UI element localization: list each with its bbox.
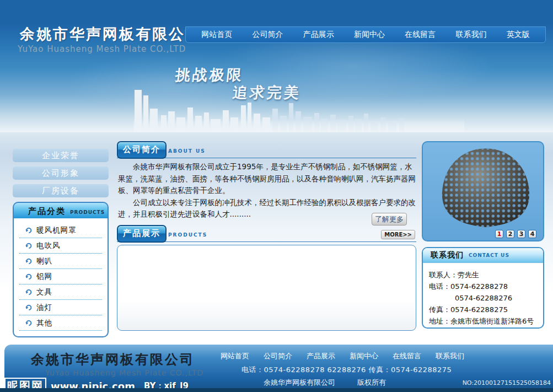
footer-company-name: 余姚市华声网板有限公司 [31, 351, 195, 368]
banner-slogan-1: 挑战极限 [174, 65, 245, 85]
category-label: 喇叭 [36, 256, 52, 266]
category-item[interactable]: 电吹风 [19, 238, 102, 254]
category-label: 铝网 [36, 272, 52, 282]
main-content: 企业荣誉 公司形象 厂房设备 产品分类 PRODUCTS [0, 132, 553, 345]
main-nav: 网站首页 公司简介 产品展示 新闻中心 在线留言 联系我们 英文版 [185, 26, 546, 43]
footer-link[interactable]: 新闻中心 [350, 351, 378, 361]
product-category-list: 暖风机网罩 电吹风 [13, 218, 109, 337]
about-paragraph-1: 余姚市华声网板有限公司成立于1995年，是专业生产不锈钢制品，如不锈钢网篮，水果… [118, 161, 416, 197]
page-button[interactable]: 4 [528, 230, 536, 238]
contact-panel: 联系我们 CONTACT US 联系人：劳先生 电话：0574-62288278… [422, 247, 544, 329]
nav-item[interactable]: 网站首页 [201, 30, 232, 40]
contact-title: 联系我们 [431, 250, 464, 260]
city-skyline-illustration [133, 87, 464, 132]
company-logo-subtitle: YuYao Huasheng Mesh Plate CO.,LTD [18, 44, 186, 54]
contact-line: 联系人：劳先生 [429, 269, 540, 281]
page-button[interactable]: 1 [495, 230, 503, 238]
product-category-header: 产品分类 PRODUCTS [13, 202, 109, 218]
curved-arrow-icon [25, 288, 32, 296]
category-label: 其他 [36, 318, 52, 328]
page-button[interactable]: 2 [506, 230, 514, 238]
nav-item[interactable]: 联系我们 [456, 30, 487, 40]
contact-line: 地址：余姚市低塘街道新洋路6号 [429, 315, 540, 327]
products-subtitle: PRODUCTS [168, 232, 207, 238]
footer-serial-number: NO:20100127151525058184 [463, 379, 551, 386]
category-label: 电吹风 [36, 241, 61, 251]
category-item[interactable]: 油灯 [19, 300, 102, 315]
about-title-badge[interactable]: 公司简介 [117, 141, 167, 159]
company-logo[interactable]: 余姚市华声网板有限公司 [20, 24, 202, 44]
footer-link[interactable]: 联系我们 [436, 351, 464, 361]
learn-more-button[interactable]: 了解更多 [372, 213, 407, 225]
products-title-badge[interactable]: 产品展示 [117, 225, 167, 243]
products-section-header: 产品展示 PRODUCTS MORE>> [117, 225, 416, 242]
category-item[interactable]: 铝网 [19, 269, 102, 284]
sidebar-item-image[interactable]: 公司形象 [13, 167, 109, 180]
footer-nav: 网站首页 公司简介 产品展示 新闻中心 在线留言 联系我们 [221, 351, 479, 361]
page-button[interactable]: 3 [517, 230, 525, 238]
contact-panel-header: 联系我们 CONTACT US [423, 248, 543, 263]
footer-copyright: 余姚华声网板有限公司版权所有 [264, 378, 386, 388]
sidebar-item-equipment[interactable]: 厂房设备 [13, 184, 109, 197]
nav-item[interactable]: 新闻中心 [354, 30, 385, 40]
about-section-header: 公司简介 ABOUT US [117, 141, 416, 158]
slider-pagination: 1 2 3 4 [492, 230, 536, 238]
footer-phone-line: 电话：0574-62288278 62288276 传真：0574-622882… [241, 365, 452, 375]
contact-line: 传真：0574-62288275 [429, 304, 540, 315]
contact-info: 联系人：劳先生 电话：0574-62288278 0574-62288276 传… [423, 263, 543, 327]
curved-arrow-icon [25, 257, 32, 265]
footer-copyright-name: 余姚华声网板有限公司 [264, 378, 335, 386]
contact-line: 0574-62288276 [429, 292, 540, 304]
curved-arrow-icon [25, 227, 32, 234]
footer-link[interactable]: 产品展示 [307, 351, 335, 361]
product-category-title: 产品分类 [28, 206, 66, 217]
curved-arrow-icon [25, 319, 32, 326]
product-image-slider: 1 2 3 4 [422, 141, 544, 241]
product-category-panel: 产品分类 PRODUCTS 暖风机网罩 [13, 202, 109, 337]
curved-arrow-icon [25, 304, 32, 311]
category-item[interactable]: 文具 [19, 284, 102, 300]
about-paragraph-2: 公司成立以来专注于网板的冲孔技术，经过长期工作经验的累积以及根据客户要求的改进，… [118, 197, 416, 221]
nav-item[interactable]: 在线留言 [405, 30, 436, 40]
footer: 余姚市华声网板有限公司 YuYao Huasheng Mesh Plate CO… [4, 345, 553, 392]
mesh-dome-product-image [438, 146, 533, 231]
footer-company-name-en: YuYao Huasheng Mesh Plate CO.,LTD [45, 368, 203, 377]
header-banner: 余姚市华声网板有限公司 YuYao Huasheng Mesh Plate CO… [0, 0, 553, 132]
contact-line: 电话：0574-62288278 [429, 281, 540, 292]
curved-arrow-icon [25, 273, 32, 280]
products-display-box [117, 245, 416, 331]
contact-subtitle: CONTACT US [469, 253, 509, 258]
about-subtitle: ABOUT US [168, 148, 206, 154]
more-button[interactable]: MORE>> [381, 230, 415, 239]
footer-link[interactable]: 在线留言 [393, 351, 421, 361]
nav-item[interactable]: 产品展示 [303, 30, 334, 40]
product-category-subtitle: PRODUCTS [70, 210, 105, 215]
sidebar-item-honor[interactable]: 企业荣誉 [13, 149, 109, 162]
footer-link[interactable]: 网站首页 [221, 351, 249, 361]
category-label: 文具 [36, 287, 52, 297]
page: 余姚市华声网板有限公司 YuYao Huasheng Mesh Plate CO… [0, 0, 553, 392]
category-item[interactable]: 喇叭 [19, 254, 102, 269]
category-label: 油灯 [36, 303, 52, 313]
category-item[interactable]: 暖风机网罩 [19, 223, 102, 238]
footer-link[interactable]: 公司简介 [264, 351, 292, 361]
curved-arrow-icon [25, 242, 32, 249]
footer-copyright-label: 版权所有 [357, 378, 386, 386]
footer-bottom-strip [0, 388, 553, 392]
nav-item[interactable]: 公司简介 [252, 30, 283, 40]
about-text: 余姚市华声网板有限公司成立于1995年，是专业生产不锈钢制品，如不锈钢网篮，水果… [118, 161, 416, 221]
nav-item[interactable]: 英文版 [507, 30, 530, 40]
category-item[interactable]: 其他 [19, 315, 102, 331]
category-label: 暖风机网罩 [36, 225, 77, 235]
